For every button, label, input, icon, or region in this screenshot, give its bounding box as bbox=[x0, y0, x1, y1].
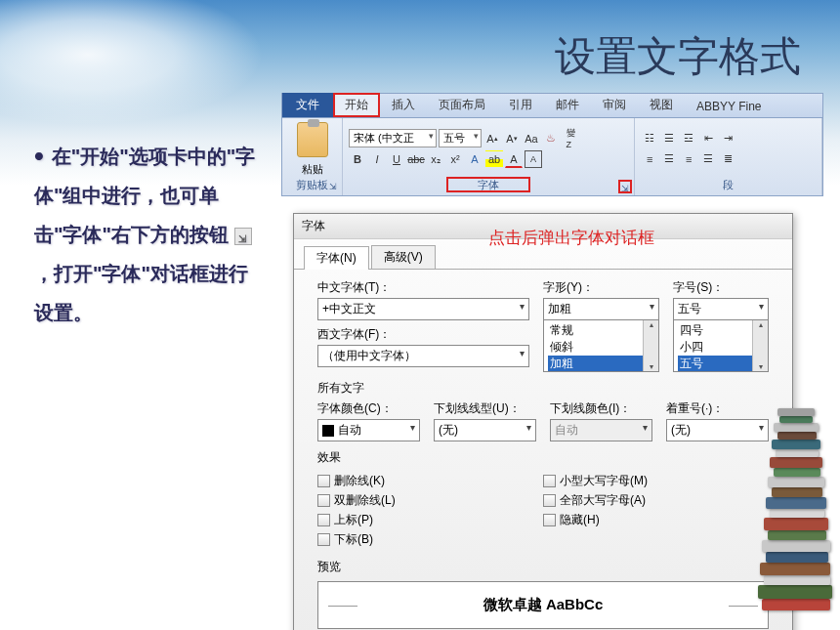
ribbon-body: 粘贴 剪贴板 ⇲ 宋体 (中文正 五号 A▴ A▾ Aa ♨ 變Z B I bbox=[281, 118, 823, 196]
char-border-icon[interactable]: A bbox=[525, 150, 542, 168]
cn-font-combo[interactable]: +中文正文 bbox=[317, 298, 529, 320]
tab-review[interactable]: 审阅 bbox=[591, 93, 638, 117]
decrease-indent-icon[interactable]: ⇤ bbox=[699, 130, 717, 147]
tab-home[interactable]: 开始 bbox=[333, 93, 380, 117]
preview-box: 微软卓越 AaBbCc bbox=[317, 581, 769, 629]
justify-icon[interactable]: ☰ bbox=[699, 150, 717, 168]
highlight-icon[interactable]: ab bbox=[485, 150, 503, 168]
ribbon-tab-bar: 文件 开始 插入 页面布局 引用 邮件 审阅 视图 ABBYY Fine bbox=[281, 93, 823, 118]
subscript-icon[interactable]: x₂ bbox=[427, 150, 444, 168]
checkbox-label: 上标(P) bbox=[334, 512, 373, 528]
clear-format-icon[interactable]: ♨ bbox=[542, 130, 560, 147]
checkbox-label: 全部大写字母(A) bbox=[560, 492, 646, 509]
checkbox-label: 下标(B) bbox=[334, 531, 373, 548]
superscript-icon[interactable]: x² bbox=[446, 150, 464, 168]
checkbox-super[interactable]: 上标(P) bbox=[317, 512, 543, 528]
clipboard-launcher-icon[interactable]: ⇲ bbox=[326, 180, 340, 193]
label-en-font: 西文字体(F)： bbox=[317, 326, 529, 343]
text-effects-icon[interactable]: A bbox=[466, 150, 483, 168]
launcher-icon-inline bbox=[234, 228, 252, 245]
label-effects: 效果 bbox=[317, 449, 769, 466]
size-listbox[interactable]: 四号 小四 五号 bbox=[673, 319, 769, 372]
bullets-icon[interactable]: ☷ bbox=[641, 130, 658, 147]
size-scrollbar[interactable] bbox=[752, 320, 768, 371]
change-case-icon[interactable]: Aa bbox=[523, 130, 540, 147]
underline-color-combo: 自动 bbox=[550, 419, 652, 441]
tab-file[interactable]: 文件 bbox=[282, 93, 333, 117]
align-left-icon[interactable]: ≡ bbox=[641, 150, 658, 168]
slide-title: 设置文字格式 bbox=[555, 29, 801, 84]
shrink-font-icon[interactable]: A▾ bbox=[503, 130, 521, 147]
underline-combo[interactable]: (无) bbox=[434, 419, 536, 441]
align-right-icon[interactable]: ≡ bbox=[680, 150, 697, 168]
underline-icon[interactable]: U bbox=[388, 150, 405, 168]
checkbox-hidden[interactable]: 隐藏(H) bbox=[543, 512, 769, 528]
checkbox-dstrike[interactable]: 双删除线(L) bbox=[317, 492, 543, 509]
style-scrollbar[interactable] bbox=[643, 320, 658, 371]
align-center-icon[interactable]: ☰ bbox=[660, 150, 678, 168]
checkbox-box-icon[interactable] bbox=[317, 533, 330, 546]
paste-icon[interactable] bbox=[297, 122, 328, 157]
tab-insert[interactable]: 插入 bbox=[380, 93, 427, 117]
group-font: 宋体 (中文正 五号 A▴ A▾ Aa ♨ 變Z B I U abc x₂ x²… bbox=[343, 118, 635, 195]
font-group-label: 字体 bbox=[349, 177, 628, 193]
tab-mailings[interactable]: 邮件 bbox=[544, 93, 591, 117]
checkbox-box-icon[interactable] bbox=[317, 514, 330, 526]
label-size: 字号(S)： bbox=[673, 279, 769, 296]
tab-references[interactable]: 引用 bbox=[497, 93, 544, 117]
label-underline-color: 下划线颜色(I)： bbox=[550, 400, 652, 417]
label-cn-font: 中文字体(T)： bbox=[317, 279, 529, 296]
style-input[interactable]: 加粗 bbox=[543, 298, 659, 319]
font-color-combo[interactable]: 自动 bbox=[317, 419, 420, 441]
checkbox-box-icon[interactable] bbox=[317, 494, 330, 507]
checkbox-label: 删除线(K) bbox=[334, 473, 385, 489]
numbering-icon[interactable]: ☰ bbox=[660, 130, 678, 147]
checkbox-label: 隐藏(H) bbox=[560, 512, 600, 528]
label-preview: 预览 bbox=[317, 559, 769, 575]
checkbox-smallcaps[interactable]: 小型大写字母(M) bbox=[543, 473, 769, 489]
desc-part2: ，打开"字体"对话框进行设置。 bbox=[34, 263, 248, 323]
paste-label: 粘贴 bbox=[288, 162, 336, 177]
paragraph-group-label: 段 bbox=[641, 177, 816, 193]
effects-column-left: 删除线(K)双删除线(L)上标(P)下标(B) bbox=[317, 470, 543, 551]
dialog-tab-font[interactable]: 字体(N) bbox=[304, 246, 369, 270]
tab-view[interactable]: 视图 bbox=[638, 93, 685, 117]
desc-part1: 在"开始"选项卡中的"字体"组中进行，也可单击"字体"右下方的按钮 bbox=[34, 146, 255, 245]
checkbox-strike[interactable]: 删除线(K) bbox=[317, 473, 543, 489]
annotation-text: 点击后弹出字体对话框 bbox=[488, 227, 654, 249]
strike-icon[interactable]: abc bbox=[407, 150, 425, 168]
checkbox-label: 小型大写字母(M) bbox=[560, 473, 648, 489]
checkbox-box-icon[interactable] bbox=[543, 514, 556, 526]
distribute-icon[interactable]: ≣ bbox=[719, 150, 736, 168]
label-all-text: 所有文字 bbox=[317, 380, 769, 397]
checkbox-sub[interactable]: 下标(B) bbox=[317, 531, 543, 548]
multilevel-icon[interactable]: ☲ bbox=[680, 130, 697, 147]
group-clipboard: 粘贴 剪贴板 ⇲ bbox=[282, 118, 343, 195]
group-paragraph: ☷ ☰ ☲ ⇤ ⇥ ≡ ☰ ≡ ☰ ≣ 段 bbox=[635, 118, 822, 195]
font-color-icon[interactable]: A bbox=[505, 150, 523, 168]
effects-column-right: 小型大写字母(M)全部大写字母(A)隐藏(H) bbox=[543, 470, 769, 551]
checkbox-allcaps[interactable]: 全部大写字母(A) bbox=[543, 492, 769, 509]
dialog-tab-advanced[interactable]: 高级(V) bbox=[371, 245, 436, 269]
label-color: 字体颜色(C)： bbox=[317, 400, 420, 417]
bold-icon[interactable]: B bbox=[349, 150, 366, 168]
size-input[interactable]: 五号 bbox=[673, 298, 769, 319]
italic-icon[interactable]: I bbox=[368, 150, 386, 168]
checkbox-label: 双删除线(L) bbox=[334, 492, 396, 509]
checkbox-box-icon[interactable] bbox=[543, 475, 556, 487]
font-launcher-icon[interactable]: ⇲ bbox=[618, 180, 632, 193]
font-name-select[interactable]: 宋体 (中文正 bbox=[349, 129, 437, 147]
tab-layout[interactable]: 页面布局 bbox=[427, 93, 497, 117]
tab-abbyy[interactable]: ABBYY Fine bbox=[685, 96, 773, 117]
checkbox-box-icon[interactable] bbox=[317, 475, 330, 487]
label-style: 字形(Y)： bbox=[543, 279, 659, 296]
grow-font-icon[interactable]: A▴ bbox=[483, 130, 501, 147]
phonetic-icon[interactable]: 變Z bbox=[562, 130, 579, 147]
en-font-combo[interactable]: （使用中文字体） bbox=[317, 345, 529, 367]
checkbox-box-icon[interactable] bbox=[543, 494, 556, 507]
style-listbox[interactable]: 常规 倾斜 加粗 bbox=[543, 319, 659, 372]
font-dialog: 字体 字体(N) 高级(V) 中文字体(T)： +中文正文 西文字体(F)： （… bbox=[293, 213, 793, 630]
increase-indent-icon[interactable]: ⇥ bbox=[719, 130, 736, 147]
font-size-select[interactable]: 五号 bbox=[439, 129, 482, 147]
label-underline: 下划线线型(U)： bbox=[434, 400, 536, 417]
